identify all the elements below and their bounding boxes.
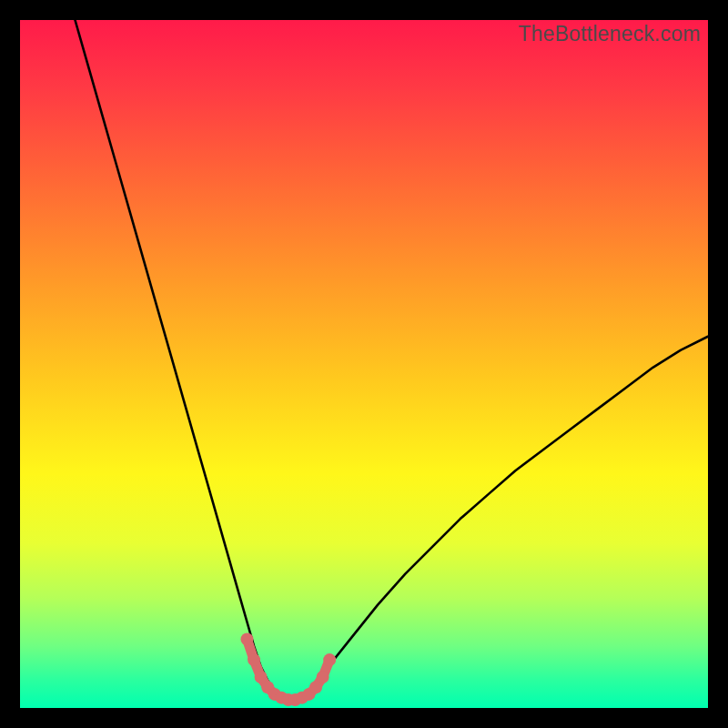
bottleneck-curve — [75, 20, 708, 701]
curve-layer — [20, 20, 708, 708]
plot-area: TheBottleneck.com — [20, 20, 708, 708]
valley-dot — [248, 653, 260, 666]
valley-dot — [317, 671, 329, 683]
valley-dot — [240, 632, 253, 645]
valley-dot — [323, 653, 336, 666]
chart-frame: TheBottleneck.com — [0, 0, 728, 728]
